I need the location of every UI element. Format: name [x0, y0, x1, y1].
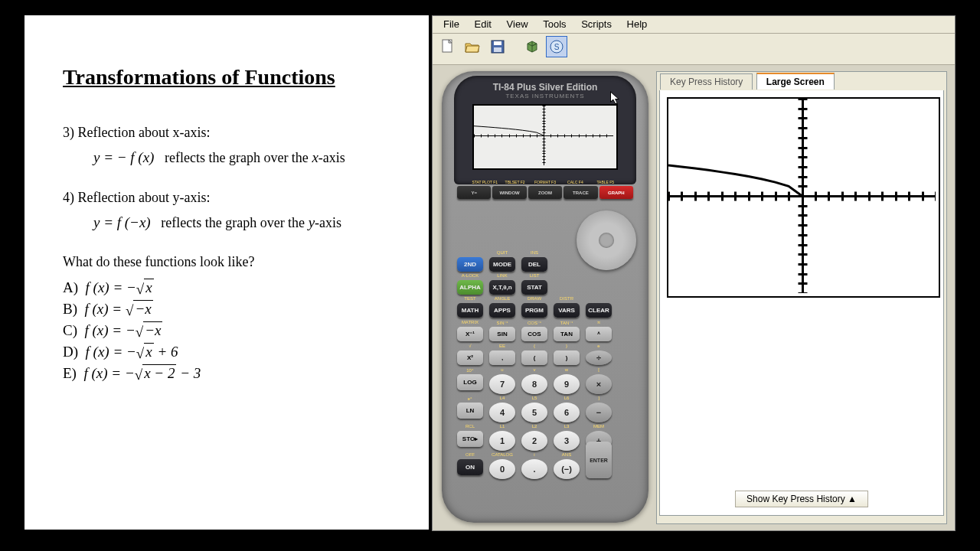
key-enter[interactable]: ENTER [586, 442, 612, 478]
large-screen-graph [667, 97, 940, 298]
key-on-label: OFF [455, 452, 485, 457]
key-log[interactable]: LOG [457, 374, 483, 390]
option-D: D) f (x) = −√x + 6 [63, 344, 390, 360]
key-div-label: e [583, 344, 614, 348]
svg-rect-2 [494, 41, 501, 45]
key-graph[interactable]: GRAPH [599, 186, 633, 199]
key-sub-label: ] [583, 396, 614, 400]
key-ln-label: eˣ [455, 396, 485, 401]
key-9[interactable]: 9 [554, 374, 580, 394]
key-apps[interactable]: APPS [489, 303, 515, 318]
key-sub[interactable]: − [586, 403, 612, 422]
key-2[interactable]: 2 [521, 431, 547, 451]
svg-text:S: S [554, 43, 560, 51]
key-rparen[interactable]: ) [554, 350, 580, 365]
key-mode[interactable]: MODE [489, 257, 515, 272]
screenshot-icon[interactable]: S [546, 36, 567, 57]
new-doc-icon[interactable] [437, 36, 459, 57]
key-clear[interactable]: CLEAR [586, 303, 612, 318]
emulator-window: File Edit View Tools Scripts Help S TI-8… [432, 15, 956, 531]
key-window[interactable]: WINDOW [492, 186, 526, 199]
tab-key-history[interactable]: Key Press History [660, 73, 753, 90]
key-6[interactable]: 6 [554, 403, 580, 422]
key-cos[interactable]: COS [521, 327, 547, 341]
key-2nd[interactable]: 2ND [457, 257, 483, 272]
key-4[interactable]: 4 [489, 403, 515, 422]
key-mul[interactable]: × [586, 374, 612, 394]
menu-file[interactable]: File [437, 16, 466, 32]
calc-brand: TI-84 Plus Silver Edition [462, 82, 629, 93]
menu-tools[interactable]: Tools [537, 16, 572, 32]
key-sin[interactable]: SIN [489, 327, 515, 341]
key-div[interactable]: ÷ [586, 350, 612, 365]
option-A: A) f (x) = −√x [63, 279, 390, 296]
menu-help[interactable]: Help [621, 16, 654, 32]
key-8[interactable]: 8 [521, 374, 547, 394]
key-stat[interactable]: STAT [521, 280, 547, 295]
key-add-label: MEM [583, 424, 614, 429]
key-3[interactable]: 3 [554, 431, 580, 451]
key-0[interactable]: 0 [489, 459, 515, 479]
key-7[interactable]: 7 [489, 374, 515, 394]
key-trace[interactable]: TRACE [564, 186, 597, 199]
key-sto-label: RCL [455, 424, 485, 429]
key-var-label: LINK [487, 273, 518, 278]
item-4: 4) Reflection about y-axis: y = f (−x) r… [63, 185, 390, 236]
menu-edit[interactable]: Edit [469, 16, 498, 32]
key-stat-label: LIST [519, 273, 550, 278]
key-xinv-label: MATRIX [455, 320, 485, 324]
option-C: C) f (x) = −√−x [63, 322, 390, 339]
notes-pane: Transformations of Functions 3) Reflecti… [24, 15, 429, 530]
key-3-label: L3 [551, 424, 582, 429]
key-1[interactable]: 1 [489, 431, 515, 451]
key-7-label: u [487, 367, 518, 372]
key-cos-label: COS⁻¹ [519, 320, 550, 325]
svg-rect-3 [494, 47, 501, 52]
key-sq-label: √ [455, 344, 485, 348]
key-ln[interactable]: LN [457, 403, 483, 419]
key-sq[interactable]: X² [457, 350, 483, 365]
key-pow[interactable]: ＾ [586, 327, 612, 341]
menu-view[interactable]: View [501, 16, 534, 32]
key-0-label: CATALOG [487, 452, 518, 457]
page-title: Transformations of Functions [63, 65, 390, 90]
key-tan-label: TAN⁻¹ [551, 320, 582, 325]
key-math[interactable]: MATH [457, 303, 483, 318]
key-vars[interactable]: VARS [554, 303, 580, 318]
key-alpha-label: A-LOCK [455, 273, 485, 278]
calculator: TI-84 Plus Silver Edition TEXAS INSTRUME… [442, 71, 648, 523]
key-5[interactable]: 5 [521, 403, 547, 422]
open-icon[interactable] [462, 36, 483, 57]
key-mode-label: QUIT [487, 250, 518, 255]
key-prgm[interactable]: PRGM [521, 303, 547, 318]
key-dot[interactable]: . [521, 459, 547, 479]
key-del[interactable]: DEL [521, 257, 547, 272]
key-sto[interactable]: STO▸ [457, 431, 483, 447]
key-var[interactable]: X,T,θ,n [489, 280, 515, 295]
key-alpha[interactable]: ALPHA [457, 280, 483, 295]
calc-screen [472, 104, 618, 170]
key-9-label: w [551, 367, 582, 372]
key-tan[interactable]: TAN [554, 327, 580, 341]
key-prgm-label: DRAW [519, 296, 550, 301]
save-icon[interactable] [487, 36, 508, 57]
key-xinv[interactable]: X⁻¹ [457, 327, 483, 341]
key-zoom[interactable]: ZOOM [528, 186, 562, 199]
key-5-label: L5 [519, 396, 550, 400]
tab-large-screen[interactable]: Large Screen [756, 73, 835, 90]
key-neg[interactable]: (−) [554, 459, 580, 479]
option-B: B) f (x) = √−x [63, 301, 390, 318]
question: What do these functions look like? [63, 249, 390, 274]
menu-scripts[interactable]: Scripts [575, 16, 618, 32]
item-3: 3) Reflection about x-axis: y = − f (x) … [63, 120, 390, 171]
key-apps-label: ANGLE [487, 296, 518, 301]
key-sin-label: SIN⁻¹ [487, 320, 518, 325]
key-on[interactable]: ON [457, 459, 483, 475]
options-list: A) f (x) = −√x B) f (x) = √−x C) f (x) =… [63, 279, 390, 382]
key-vars-label: DISTR [551, 296, 582, 301]
key-y-equals[interactable]: Y= [457, 186, 491, 199]
show-key-history-button[interactable]: Show Key Press History ▲ [735, 491, 868, 507]
key-comma[interactable]: , [489, 350, 515, 365]
key-lparen[interactable]: ( [521, 350, 547, 365]
calc-3d-icon[interactable] [521, 36, 543, 57]
